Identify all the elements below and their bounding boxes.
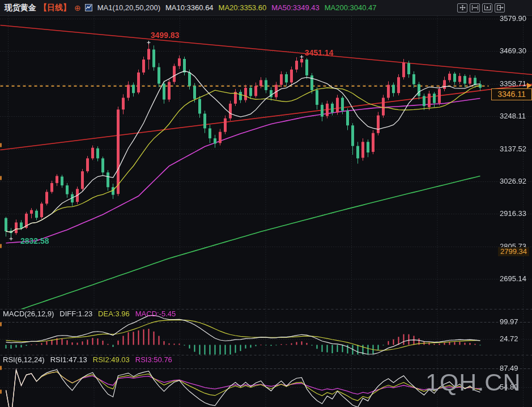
y-axis-label: 3579.90 bbox=[500, 15, 526, 23]
y-axis-label: 3358.71 bbox=[500, 80, 526, 88]
y-axis-label: 3026.92 bbox=[500, 177, 526, 185]
watermark: 1QH.CN bbox=[425, 368, 521, 396]
ma-settings-label: MA1(10,20,50,200) bbox=[97, 3, 160, 12]
current-price-chip: 3346.11 bbox=[491, 88, 532, 100]
secondary-peak-annotation: 3451.14 bbox=[305, 49, 334, 57]
y-axis-label: 3248.11 bbox=[500, 112, 526, 120]
export-chart-button[interactable] bbox=[495, 3, 505, 12]
rsi2-value: RSI2:49.03 bbox=[93, 355, 130, 364]
main-chart-canvas[interactable] bbox=[0, 0, 532, 407]
ma200-label: MA200:3040.47 bbox=[325, 3, 377, 12]
chart-toolbar bbox=[457, 3, 505, 12]
ma50-label: MA50:3349.43 bbox=[271, 3, 320, 12]
export-icon bbox=[496, 5, 504, 11]
macd-pane-labels: MACD(26,12,9) DIFF:1.23 DEA:3.96 MACD:-5… bbox=[3, 310, 176, 318]
price-arrow-icon bbox=[527, 83, 532, 88]
macd-value: MACD:-5.45 bbox=[135, 310, 176, 318]
timeframe-label[interactable]: 【日线】 bbox=[39, 3, 71, 13]
y-axis-label: 2695.14 bbox=[500, 275, 526, 283]
pan-chart-button[interactable] bbox=[457, 3, 467, 12]
fit-x-axis-button[interactable] bbox=[470, 3, 480, 12]
rsi3-value: RSI3:50.76 bbox=[135, 355, 172, 364]
chart-type-icon[interactable] bbox=[85, 4, 92, 11]
y-axis-label: 3469.30 bbox=[500, 47, 526, 55]
ma10-label: MA10:3360.64 bbox=[165, 3, 214, 12]
low-price-annotation: 2832.58 bbox=[20, 237, 49, 245]
y-axis-label: 3137.52 bbox=[500, 145, 526, 153]
auto-scroll-icon bbox=[484, 5, 491, 11]
fit-x-axis-icon bbox=[471, 5, 479, 11]
chart-header: 现货黄金 【日线】 ⊕ MA1(10,20,50,200) MA10:3360.… bbox=[0, 0, 532, 16]
macd-diff-value: DIFF:1.23 bbox=[59, 310, 92, 318]
rsi1-value: RSI1:47.13 bbox=[50, 355, 87, 364]
rsi-title: RSI(6,12,24) bbox=[3, 355, 45, 364]
marked-level-chip: 2799.34 bbox=[498, 247, 529, 256]
move-icon bbox=[459, 5, 466, 11]
ma20-label: MA20:3353.60 bbox=[219, 3, 267, 12]
macd-title: MACD(26,12,9) bbox=[3, 310, 54, 318]
y-axis-label: 2916.33 bbox=[500, 210, 526, 218]
y-axis-label: 99.97 bbox=[500, 318, 518, 326]
symbol-title: 现货黄金 bbox=[5, 3, 36, 13]
add-indicator-icon[interactable]: ⊕ bbox=[74, 3, 81, 12]
auto-scroll-button[interactable] bbox=[482, 3, 492, 12]
macd-dea-value: DEA:3.96 bbox=[98, 310, 130, 318]
peak-price-annotation: 3499.83 bbox=[151, 31, 180, 39]
rsi-pane-labels: RSI(6,12,24) RSI1:47.13 RSI2:49.03 RSI3:… bbox=[3, 355, 172, 364]
y-axis-label: 24.72 bbox=[500, 335, 518, 343]
